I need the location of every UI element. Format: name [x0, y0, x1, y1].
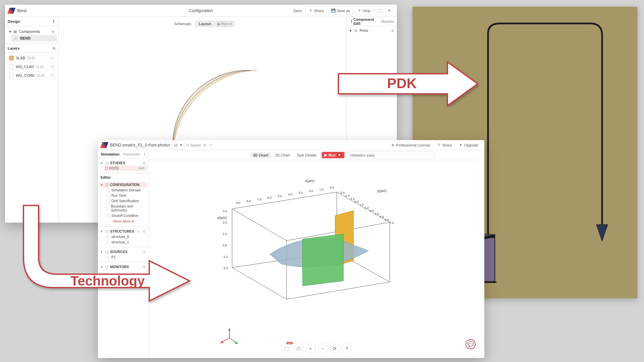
- chevron-down-icon: ▾: [101, 183, 104, 187]
- help-icon: ?: [345, 346, 348, 351]
- tab-schematic[interactable]: Schematic: [171, 20, 195, 27]
- right-panel-header: ⟩ Component Edit Models: [347, 17, 397, 26]
- component-bend[interactable]: ⌐ BEND: [11, 35, 57, 42]
- viewport-help-button[interactable]: ?: [342, 344, 352, 353]
- save-button[interactable]: Save: [290, 6, 304, 15]
- tab-simulation[interactable]: Simulation: [101, 152, 119, 156]
- layer-row[interactable]: WG_CLAD (1,0) 👁: [7, 63, 56, 70]
- eye-icon[interactable]: 👁: [51, 56, 54, 60]
- component-edit-tab[interactable]: Component Edit: [354, 17, 381, 25]
- plus-icon: +: [309, 346, 312, 351]
- tree-item[interactable]: ▢ Run Time: [105, 193, 147, 198]
- design-label: Design: [8, 19, 20, 23]
- window-header: BEND-smatrix_P1_0-from-photon v1▾ ◷ Save…: [98, 140, 484, 150]
- chevron-down-icon: ▾: [9, 29, 11, 34]
- axis-tick: 2.0: [223, 221, 227, 224]
- perspective-button[interactable]: ⬡: [294, 344, 303, 353]
- upgrade-button[interactable]: ✦ Upgrade: [456, 141, 481, 149]
- refresh-icon: ⟳: [333, 346, 337, 351]
- layer-row[interactable]: SLAB (3,0) 👁: [7, 54, 56, 62]
- share-button[interactable]: ⇪ Share: [434, 141, 454, 149]
- draft-badge: draft: [137, 167, 146, 170]
- help-button[interactable]: ? Help: [354, 6, 373, 15]
- new-badge: new: [286, 342, 293, 344]
- file-title: BEND-smatrix_P1_0-from-photon: [110, 143, 170, 147]
- feedback-button[interactable]: 💬: [466, 339, 476, 349]
- header-center-label: Configuration: [189, 8, 213, 13]
- design-panel-header: Design ⟨: [5, 17, 58, 26]
- configuration-node[interactable]: ▾ ◫ CONFIGURATION: [99, 182, 147, 187]
- bend-icon: ⌐: [14, 36, 18, 41]
- layer-swatch-icon: [9, 56, 14, 60]
- components-node[interactable]: ▾ ▦ Components ⚙: [6, 28, 57, 35]
- tree-item[interactable]: ▢ Grid Specification: [105, 198, 147, 203]
- share-icon: ⇪: [437, 143, 441, 147]
- external-link-icon[interactable]: ↗: [208, 143, 212, 147]
- close-button[interactable]: ✕: [385, 6, 393, 15]
- share-button[interactable]: ⇪ Share: [306, 6, 327, 15]
- technology-label: Technology: [70, 274, 145, 289]
- studies-node[interactable]: ▾ ◫ STUDIES ⚙: [99, 160, 147, 166]
- axis-tick: 3.0: [370, 209, 374, 213]
- share-icon: ⇪: [309, 9, 313, 13]
- run-dropdown[interactable]: ▶ Run ▾: [215, 21, 234, 27]
- svg-text:y(µm): y(µm): [377, 189, 386, 193]
- tab-2d-chart[interactable]: 2D Chart: [272, 152, 292, 158]
- scene-3d: x(µm) y(µm) z(µm) 9.08.07.06.05.04.03.02…: [203, 164, 417, 304]
- layer-name: WG_CORE: [16, 73, 35, 77]
- gear-icon[interactable]: ⚙: [391, 29, 394, 33]
- ports-node[interactable]: ▾ ⊟ Ports ⚙: [347, 26, 397, 35]
- status-dot-icon: [105, 167, 108, 170]
- editor-label: Editor: [98, 173, 149, 180]
- run-button[interactable]: ▶ Run ▾: [322, 152, 344, 158]
- collapse-panel-icon[interactable]: ⟩: [350, 19, 354, 23]
- layers-header: Layers ⚙: [5, 44, 58, 53]
- badge-icon: ◈: [391, 143, 395, 147]
- license-badge[interactable]: ◈ Professional License: [388, 141, 433, 149]
- axis-tick: 3.0: [223, 209, 227, 213]
- gear-icon[interactable]: ⚙: [51, 30, 54, 34]
- axis-tick: 0.0: [223, 244, 227, 247]
- tab-3d-chart[interactable]: 3D Chart: [250, 152, 271, 158]
- copy-icon[interactable]: ⧉: [203, 143, 207, 147]
- studies-icon: ◫: [105, 161, 109, 165]
- eye-icon[interactable]: 👁: [51, 65, 54, 69]
- axis-tick: 6.0: [385, 218, 389, 222]
- layer-tag: (2,0): [37, 73, 45, 77]
- header-actions: Save ⇪ Share 💾 Save as ? Help ⛶ ✕: [290, 6, 393, 15]
- version-picker[interactable]: v1▾: [171, 141, 184, 149]
- chat-icon: 💬: [468, 341, 474, 347]
- cube-sparkle-icon: ⬚: [284, 346, 289, 351]
- zoom-in-button[interactable]: +: [306, 344, 315, 353]
- sim-panel-tabs: Simulation Parameter ⟨: [98, 150, 149, 158]
- axis-tick: 1.0: [319, 188, 324, 191]
- viewport-controls: ⬚ new ⬡ + − ⟳ ?: [282, 344, 352, 353]
- save-as-button[interactable]: 💾 Save as: [328, 6, 353, 15]
- magic-view-button[interactable]: ⬚ new: [282, 344, 291, 353]
- eye-icon[interactable]: 👁: [51, 74, 54, 77]
- pdk-callout: PDK: [337, 60, 481, 108]
- study-fdtd[interactable]: FDTD draft: [104, 166, 147, 171]
- validation-status[interactable]: Validation pass: [347, 152, 434, 159]
- gear-icon[interactable]: ⚙: [53, 47, 56, 50]
- viewport-toolbar: 3D Chart 2D Chart Task Details ▶ Run ▾ V…: [149, 150, 484, 160]
- axis-tick: 2.0: [309, 189, 313, 193]
- layer-row[interactable]: WG_CORE (2,0) 👁: [7, 72, 56, 79]
- fullscreen-button[interactable]: ⛶: [375, 6, 383, 15]
- viewport-3d[interactable]: x(µm) y(µm) z(µm) 9.08.07.06.05.04.03.02…: [149, 160, 484, 358]
- tree-item[interactable]: ▢ Simulation Domain: [105, 187, 147, 193]
- models-tab[interactable]: Models: [381, 19, 394, 23]
- axis-tick: 1.0: [360, 203, 364, 206]
- zoom-out-button[interactable]: −: [318, 344, 327, 353]
- item-label: Run Time: [111, 193, 126, 197]
- view-tabs: Schematic Layout ▶ Run ▾: [59, 19, 346, 29]
- tab-parameter[interactable]: Parameter: [123, 152, 140, 156]
- axes-gizmo[interactable]: [219, 328, 239, 348]
- tab-layout[interactable]: Layout: [196, 20, 214, 27]
- gear-icon[interactable]: ⚙: [143, 161, 146, 165]
- chevron-down-icon[interactable]: ▾: [337, 153, 342, 157]
- tab-task-details[interactable]: Task Details: [294, 152, 319, 158]
- collapse-panel-icon[interactable]: ⟨: [52, 19, 56, 23]
- reset-view-button[interactable]: ⟳: [330, 344, 339, 353]
- collapse-panel-icon[interactable]: ⟨: [144, 152, 146, 156]
